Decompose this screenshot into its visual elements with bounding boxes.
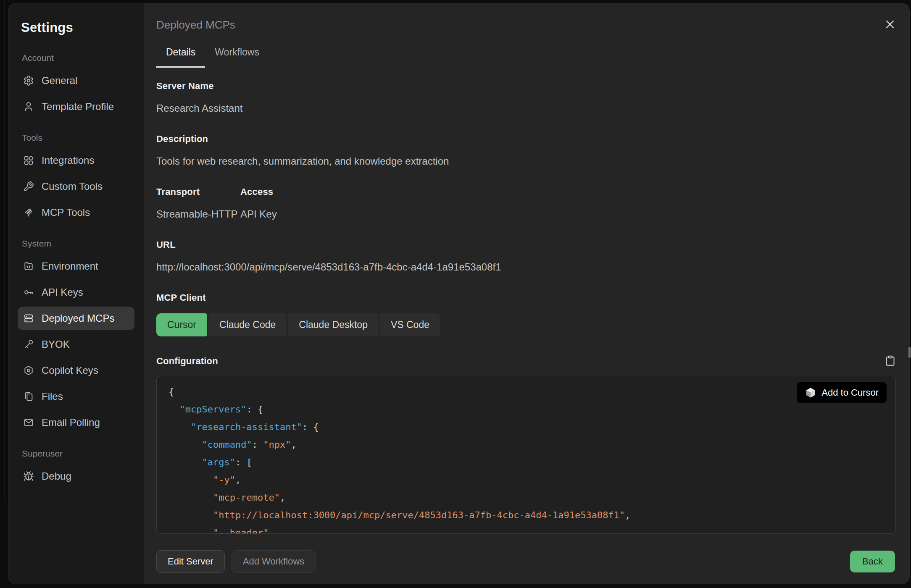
copy-button[interactable] <box>885 355 896 368</box>
user-icon <box>23 101 34 112</box>
url-label: URL <box>156 239 896 250</box>
configuration-label: Configuration <box>156 356 218 367</box>
description-field: Description Tools for web research, summ… <box>156 134 896 167</box>
url-field: URL http://localhost:3000/api/mcp/serve/… <box>156 239 896 273</box>
server-name-field: Server Name Research Assistant <box>156 81 896 114</box>
mcp-client-section: MCP Client CursorClaude CodeClaude Deskt… <box>156 292 896 336</box>
sidebar-item-label: Files <box>42 391 63 402</box>
panel-title: Deployed MCPs <box>156 18 235 32</box>
hexagon-icon <box>23 365 34 376</box>
close-button[interactable] <box>883 18 897 32</box>
bug-icon <box>23 471 34 482</box>
server-name-label: Server Name <box>156 81 896 92</box>
blocks-icon <box>23 155 34 166</box>
mcp-client-option-claude-code[interactable]: Claude Code <box>208 313 287 336</box>
configuration-code-block[interactable]: { "mcpServers": { "research-assistant": … <box>156 376 896 534</box>
sidebar-item-label: BYOK <box>42 339 70 350</box>
sidebar-item-files[interactable]: Files <box>18 385 134 408</box>
sidebar-item-custom-tools[interactable]: Custom Tools <box>18 175 134 198</box>
sidebar-item-copilot-keys[interactable]: Copilot Keys <box>18 359 134 382</box>
back-button[interactable]: Back <box>850 551 895 572</box>
server-name-value: Research Assistant <box>156 102 896 114</box>
code-line: "research-assistant": { <box>169 418 884 436</box>
sidebar-item-deployed-mcps[interactable]: Deployed MCPs <box>18 307 134 330</box>
sidebar-item-label: API Keys <box>42 286 83 298</box>
mcp-client-option-cursor[interactable]: Cursor <box>156 313 207 336</box>
code-line: { <box>169 383 884 401</box>
panel-header: Deployed MCPs <box>144 3 909 32</box>
code-line: "http://localhost:3000/api/mcp/serve/485… <box>169 507 884 524</box>
scrollbar-thumb[interactable] <box>908 347 911 358</box>
sidebar-item-mcp-tools[interactable]: MCP Tools <box>18 201 134 224</box>
transport-value: Streamable-HTTP <box>156 208 240 220</box>
cursor-logo-icon <box>805 387 816 399</box>
sidebar-item-api-keys[interactable]: API Keys <box>18 281 134 304</box>
settings-modal: Settings AccountGeneralTemplate ProfileT… <box>8 3 909 584</box>
files-icon <box>23 391 34 402</box>
sidebar-section-label-tools: Tools <box>22 133 130 143</box>
mcp-client-option-claude-desktop[interactable]: Claude Desktop <box>288 313 379 336</box>
sidebar-item-general[interactable]: General <box>18 69 134 92</box>
mcp-client-label: MCP Client <box>156 292 896 303</box>
mcp-client-selector: CursorClaude CodeClaude DesktopVS Code <box>156 313 896 336</box>
sidebar-section-label-superuser: Superuser <box>22 449 130 459</box>
add-to-cursor-button[interactable]: Add to Cursor <box>797 382 887 403</box>
tab-details[interactable]: Details <box>156 44 205 68</box>
sidebar-item-label: General <box>42 75 77 87</box>
sidebar-item-label: Deployed MCPs <box>42 312 114 324</box>
clipboard-icon <box>885 355 896 366</box>
sidebar-section-label-account: Account <box>22 53 130 63</box>
sidebar-item-label: Debug <box>42 470 71 482</box>
sidebar-item-label: Environment <box>42 260 98 272</box>
settings-title: Settings <box>21 20 131 35</box>
access-label: Access <box>240 186 277 197</box>
code-line: "args": [ <box>169 454 884 471</box>
folder-code-icon <box>23 261 34 272</box>
close-icon <box>883 18 897 31</box>
tab-workflows[interactable]: Workflows <box>205 44 269 68</box>
transport-access-row: Transport Streamable-HTTP Access API Key <box>156 167 896 220</box>
sidebar-item-email-polling[interactable]: Email Polling <box>18 411 134 434</box>
sidebar-item-label: Copilot Keys <box>42 365 98 376</box>
code-line: "command": "npx", <box>169 436 884 454</box>
access-value: API Key <box>240 208 277 220</box>
sidebar-item-debug[interactable]: Debug <box>18 465 134 488</box>
code-line: "mcp-remote", <box>169 489 884 507</box>
tab-bar: DetailsWorkflows <box>156 44 897 67</box>
sidebar-item-label: Template Profile <box>42 101 114 113</box>
url-value: http://localhost:3000/api/mcp/serve/4853… <box>156 261 896 273</box>
key-diagonal-icon <box>23 339 34 350</box>
sidebar-item-byok[interactable]: BYOK <box>18 333 134 356</box>
configuration-header-row: Configuration <box>156 355 896 368</box>
code-line: "--header" <box>169 524 884 534</box>
settings-sidebar: Settings AccountGeneralTemplate ProfileT… <box>8 3 144 584</box>
sidebar-item-label: Email Polling <box>42 417 100 428</box>
key-icon <box>23 287 34 298</box>
sidebar-item-environment[interactable]: Environment <box>18 255 134 278</box>
sidebar-item-label: MCP Tools <box>42 207 90 218</box>
code-line: "-y", <box>169 471 884 489</box>
sidebar-nav: AccountGeneralTemplate ProfileToolsInteg… <box>18 53 134 488</box>
details-content: Server Name Research Assistant Descripti… <box>144 67 909 539</box>
gear-icon <box>23 75 34 86</box>
background-page-edge <box>4 0 5 502</box>
add-workflows-button[interactable]: Add Workflows <box>232 550 316 573</box>
description-label: Description <box>156 134 896 144</box>
mcp-client-option-vs-code[interactable]: VS Code <box>380 313 440 336</box>
sidebar-item-template-profile[interactable]: Template Profile <box>18 95 134 118</box>
sidebar-item-label: Integrations <box>42 155 94 166</box>
code-lines: { "mcpServers": { "research-assistant": … <box>169 383 884 534</box>
sidebar-item-label: Custom Tools <box>42 181 103 192</box>
mail-icon <box>23 417 34 428</box>
panel-footer: Edit Server Add Workflows Back <box>144 539 909 584</box>
sidebar-item-integrations[interactable]: Integrations <box>18 149 134 172</box>
code-line: "mcpServers": { <box>169 401 884 418</box>
deployed-mcps-panel: Deployed MCPs DetailsWorkflows Server Na… <box>144 3 909 584</box>
transport-field: Transport Streamable-HTTP <box>156 186 240 220</box>
access-field: Access API Key <box>240 186 277 220</box>
mcp-icon <box>23 207 34 218</box>
edit-server-button[interactable]: Edit Server <box>156 550 225 573</box>
wrench-icon <box>23 181 34 192</box>
transport-label: Transport <box>156 186 240 197</box>
sidebar-section-label-system: System <box>22 239 130 249</box>
